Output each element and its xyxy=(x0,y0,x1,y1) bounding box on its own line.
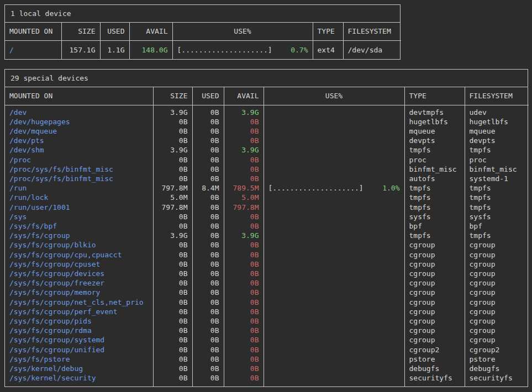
filesystem-value: proc xyxy=(465,155,529,165)
mount-point: /sys/kernel/debug xyxy=(5,364,153,373)
used-value: 0B xyxy=(192,335,224,345)
use-percent-cell xyxy=(264,354,404,364)
column-header-used: USED xyxy=(100,23,129,40)
used-value: 0B xyxy=(192,269,224,278)
used-value: 0B xyxy=(192,288,224,297)
filesystem-value: cgroup xyxy=(465,278,529,288)
size-value: 0B xyxy=(153,269,192,278)
size-value: 0B xyxy=(153,250,192,259)
avail-value: 3.9G xyxy=(224,145,264,155)
device-row: /dev/mqueue0B0B0Bmqueuemqueue xyxy=(5,126,529,136)
type-value: devpts xyxy=(404,136,465,145)
mount-point: /proc/sys/fs/binfmt_misc xyxy=(5,174,153,183)
use-percent-cell xyxy=(264,221,404,231)
avail-value: 0B xyxy=(224,221,264,231)
used-value: 1.1G xyxy=(100,40,129,59)
avail-value: 0B xyxy=(224,278,264,288)
avail-value: 0B xyxy=(224,174,264,183)
type-value: cgroup xyxy=(404,288,465,297)
mount-point: /sys/fs/cgroup/cpu,cpuacct xyxy=(5,250,153,259)
size-value: 0B xyxy=(153,288,192,297)
avail-value: 0B xyxy=(224,269,264,278)
size-value: 3.9G xyxy=(153,145,192,155)
device-row: /sys/fs/cgroup/rdma0B0B0Bcgroupcgroup xyxy=(5,326,529,335)
device-row: /dev/pts0B0B0Bdevptsdevpts xyxy=(5,136,529,145)
type-value: tmpfs xyxy=(404,193,465,202)
device-row: /dev/shm3.9G0B3.9Gtmpfstmpfs xyxy=(5,145,529,155)
use-percent-cell xyxy=(264,345,404,354)
type-value: cgroup xyxy=(404,307,465,316)
size-value: 0B xyxy=(153,316,192,326)
mount-point: /proc/sys/fs/binfmt_misc xyxy=(5,165,153,174)
filesystem-value: bpf xyxy=(465,221,529,231)
type-value: cgroup xyxy=(404,240,465,250)
use-percent-cell xyxy=(264,117,404,126)
size-value: 0B xyxy=(153,174,192,183)
mount-point: /sys/kernel/security xyxy=(5,373,153,386)
filesystem-value: cgroup xyxy=(465,335,529,345)
avail-value: 0B xyxy=(224,298,264,307)
used-value: 0B xyxy=(192,231,224,240)
size-value: 0B xyxy=(153,240,192,250)
filesystem-value: cgroup xyxy=(465,240,529,250)
use-percent-cell xyxy=(264,269,404,278)
device-row: /sys/fs/cgroup/cpu,cpuacct0B0B0Bcgroupcg… xyxy=(5,250,529,259)
filesystem-value: cgroup xyxy=(465,269,529,278)
filesystem-value: cgroup xyxy=(465,307,529,316)
filesystem-value: devpts xyxy=(465,136,529,145)
use-percent-cell xyxy=(264,373,404,386)
filesystem-value: cgroup xyxy=(465,316,529,326)
avail-value: 0B xyxy=(224,364,264,373)
device-row: /sys/fs/cgroup/cpuset0B0B0Bcgroupcgroup xyxy=(5,259,529,269)
filesystem-value: cgroup xyxy=(465,298,529,307)
device-row: /sys/kernel/debug0B0B0Bdebugfsdebugfs xyxy=(5,364,529,373)
duf-terminal-output: 1 local device MOUNTED ONSIZEUSEDAVAILUS… xyxy=(0,0,532,391)
device-row: /dev/hugepages0B0B0Bhugetlbfshugetlbfs xyxy=(5,117,529,126)
mount-point: /sys/fs/bpf xyxy=(5,221,153,231)
column-header-type: TYPE xyxy=(313,23,343,40)
filesystem-value: tmpfs xyxy=(465,183,529,193)
used-value: 0B xyxy=(192,316,224,326)
type-value: cgroup xyxy=(404,326,465,335)
size-value: 3.9G xyxy=(153,105,192,117)
type-value: mqueue xyxy=(404,126,465,136)
filesystem-value: tmpfs xyxy=(465,145,529,155)
type-value: cgroup xyxy=(404,316,465,326)
type-value: cgroup xyxy=(404,250,465,259)
filesystem-value: cgroup2 xyxy=(465,345,529,354)
device-row: /sys0B0B0Bsysfssysfs xyxy=(5,212,529,221)
avail-value: 0B xyxy=(224,326,264,335)
device-row: /run/user/1001797.8M0B797.8Mtmpfstmpfs xyxy=(5,203,529,212)
filesystem-value: cgroup xyxy=(465,288,529,297)
mount-point: /dev/mqueue xyxy=(5,126,153,136)
device-row: /sys/fs/bpf0B0B0Bbpfbpf xyxy=(5,221,529,231)
avail-value: 0B xyxy=(224,345,264,354)
device-row: /sys/fs/cgroup/net_cls,net_prio0B0B0Bcgr… xyxy=(5,298,529,307)
avail-value: 0B xyxy=(224,373,264,386)
used-value: 0B xyxy=(192,259,224,269)
column-header-use: USE% xyxy=(264,87,404,105)
type-value: securityfs xyxy=(404,373,465,386)
type-value: hugetlbfs xyxy=(404,117,465,126)
filesystem-value: udev xyxy=(465,105,529,117)
used-value: 0B xyxy=(192,345,224,354)
use-percent-cell: [....................]0.7% xyxy=(172,40,313,59)
size-value: 5.0M xyxy=(153,193,192,202)
local-devices-panel: 1 local device MOUNTED ONSIZEUSEDAVAILUS… xyxy=(4,4,401,60)
device-row: /sys/fs/cgroup/perf_event0B0B0Bcgroupcgr… xyxy=(5,307,529,316)
used-value: 0B xyxy=(192,326,224,335)
avail-value: 0B xyxy=(224,165,264,174)
type-value: cgroup xyxy=(404,259,465,269)
size-value: 0B xyxy=(153,136,192,145)
device-row: /run797.8M8.4M789.5M[...................… xyxy=(5,183,529,193)
type-value: bpf xyxy=(404,221,465,231)
avail-value: 0B xyxy=(224,250,264,259)
used-value: 0B xyxy=(192,155,224,165)
device-row: /sys/fs/pstore0B0B0Bpstorepstore xyxy=(5,354,529,364)
filesystem-value: tmpfs xyxy=(465,203,529,212)
use-percent-cell xyxy=(264,174,404,183)
size-value: 3.9G xyxy=(153,231,192,240)
avail-value: 789.5M xyxy=(224,183,264,193)
mount-point: /sys/fs/cgroup/freezer xyxy=(5,278,153,288)
filesystem-value: debugfs xyxy=(465,364,529,373)
